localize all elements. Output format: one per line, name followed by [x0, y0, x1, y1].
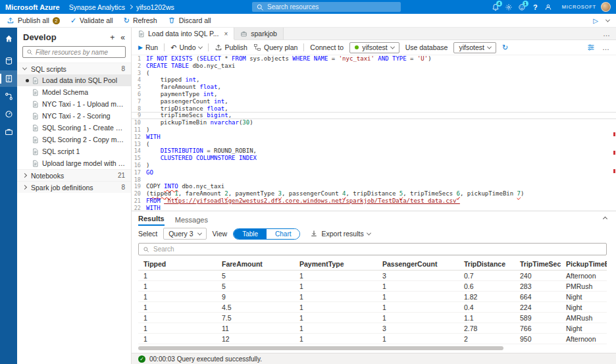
tree-item-model-schema[interactable]: Model Schema — [17, 86, 131, 98]
editor-line[interactable]: 3( — [132, 70, 616, 77]
column-header-passengercount[interactable]: PassengerCount — [377, 260, 459, 268]
rail-item-integrate[interactable] — [0, 88, 17, 105]
tree-item-sql-scoring-1-create-model-table[interactable]: SQL Scoring 1 - Create model table — [17, 122, 131, 134]
column-header-paymenttype[interactable]: PaymentType — [294, 260, 377, 268]
editor-line[interactable]: 2CREATE TABLE dbo.nyc_taxi — [132, 63, 616, 70]
tree-item-sql-script-1[interactable]: SQL script 1 — [17, 145, 131, 157]
refresh-database-button[interactable]: ↻ — [502, 44, 508, 51]
publish-all-button[interactable]: Publish all 2 — [7, 16, 60, 24]
tree-item-sql-scoring-2-copy-model-into-mo[interactable]: SQL Scoring 2 - Copy model into mo... — [17, 134, 131, 145]
table-row[interactable]: 111132.78766Night — [138, 323, 607, 334]
rail-item-home[interactable] — [0, 30, 17, 47]
editor-line[interactable]: 11) — [132, 126, 616, 134]
editor-line[interactable]: 21FROM 'https://yifsoadlsgen2westus2.dfs… — [132, 197, 616, 205]
tab-load-data-into-sql-p[interactable]: Load data into SQL P...× — [132, 28, 234, 39]
use-database-dropdown[interactable]: yifsotest — [453, 42, 496, 53]
add-resource-button[interactable]: + — [110, 34, 115, 41]
tree-item-label: Model Schema — [42, 88, 88, 96]
editor-line[interactable]: 10 pickupTimeBin nvarchar(30) — [132, 119, 616, 126]
collapse-results-button[interactable] — [601, 214, 609, 226]
editor-line[interactable]: 12WITH — [132, 134, 616, 141]
refresh-button[interactable]: ↻ Refresh — [124, 16, 157, 24]
editor-line[interactable]: 14 DISTRIBUTION = ROUND_ROBIN, — [132, 147, 616, 155]
editor-line[interactable]: 16) — [132, 162, 616, 169]
publish-button[interactable]: Publish — [215, 43, 247, 51]
more-actions-icon[interactable]: … — [602, 43, 609, 51]
editor-line[interactable]: 7 passengerCount int, — [132, 98, 616, 105]
editor-line[interactable]: 19COPY INTO dbo.nyc_taxi — [132, 183, 616, 190]
scrollbar-thumb[interactable] — [138, 346, 503, 350]
column-header-triptimesecs[interactable]: TripTimeSecs — [515, 260, 561, 268]
workspace-name[interactable]: yifso1202ws — [136, 3, 174, 11]
discard-all-button[interactable]: Discard all — [168, 16, 211, 24]
tree-item-upload-large-model-with-copy-into[interactable]: Upload large model with COPY INTO — [17, 157, 131, 169]
global-search-box[interactable] — [252, 2, 401, 12]
table-row[interactable]: 15110.6283PMRush — [138, 281, 607, 292]
chevron-down-icon[interactable] — [605, 17, 610, 22]
collapse-panel-button[interactable]: « — [120, 34, 125, 41]
close-tab-icon[interactable]: × — [224, 30, 228, 38]
help-button[interactable]: ? — [529, 0, 542, 14]
results-search-input[interactable] — [153, 246, 602, 253]
azure-brand[interactable]: Microsoft Azure — [5, 3, 60, 11]
search-icon — [26, 49, 33, 55]
rail-item-manage[interactable] — [0, 124, 17, 140]
view-settings-icon[interactable] — [587, 43, 595, 51]
editor-line[interactable]: 22WITH — [132, 205, 616, 211]
connect-to-dropdown[interactable]: yifsotest — [349, 42, 399, 53]
export-results-button[interactable]: Export results — [310, 230, 370, 238]
tab-results[interactable]: Results — [138, 215, 165, 226]
editor-line[interactable]: 18 — [132, 176, 616, 184]
tree-section-sql-scripts[interactable]: SQL scripts8 — [17, 63, 131, 74]
editor-line[interactable]: 4 tipped int, — [132, 76, 616, 84]
tree-section-notebooks[interactable]: Notebooks21 — [17, 169, 131, 181]
editor-line[interactable]: 20(tipped 1, fareAmount 2, paymentType 3… — [132, 190, 616, 197]
tree-item-nyc-taxi-1-upload-model[interactable]: NYC Taxi - 1 - Upload model — [17, 98, 131, 110]
editor-line[interactable]: 5 fareAmount float, — [132, 84, 616, 91]
query-selector-dropdown[interactable]: Query 3 — [163, 228, 206, 240]
user-avatar[interactable] — [601, 2, 611, 12]
undo-button[interactable]: ↶ Undo — [170, 43, 201, 51]
rail-item-develop[interactable] — [0, 70, 17, 87]
sql-script-icon — [32, 136, 39, 143]
column-header-tripdistance[interactable]: TripDistance — [459, 260, 515, 268]
line-content: FROM 'https://yifsoadlsgen2westus2.dfs.c… — [146, 197, 616, 205]
account-button[interactable] — [542, 0, 555, 14]
table-row[interactable]: 112112950Afternoon — [138, 334, 607, 344]
tab-messages[interactable]: Messages — [175, 216, 208, 226]
editor-line[interactable]: 6 paymentType int, — [132, 91, 616, 98]
editor-line[interactable]: 15 CLUSTERED COLUMNSTORE INDEX — [132, 155, 616, 162]
table-row[interactable]: 15130.7240Afternoon — [138, 271, 607, 281]
editor-line[interactable]: 13( — [132, 141, 616, 148]
view-chart-toggle[interactable]: Chart — [267, 229, 299, 239]
run-button[interactable]: ▶ Run — [138, 43, 158, 51]
more-tabs-button[interactable]: … — [597, 30, 616, 38]
view-table-toggle[interactable]: Table — [234, 229, 267, 239]
notifications-button[interactable]: 4 — [490, 0, 502, 14]
table-row[interactable]: 17.5111.1589AMRush — [138, 313, 607, 323]
editor-line[interactable]: 8 tripDistance float, — [132, 105, 616, 113]
feedback-button[interactable]: 1 — [516, 0, 528, 14]
table-cell: 5 — [217, 282, 294, 290]
tree-item-load-data-into-sql-pool[interactable]: Load data into SQL Pool — [17, 74, 131, 86]
play-outline-icon[interactable]: ▷ — [593, 17, 598, 24]
editor-line[interactable]: 1IF NOT EXISTS (SELECT * FROM sys.object… — [132, 55, 616, 63]
rail-item-monitor[interactable] — [0, 106, 17, 122]
settings-button[interactable] — [503, 0, 515, 14]
tree-section-spark-job-definitions[interactable]: Spark job definitions8 — [17, 181, 131, 193]
column-header-fareamount[interactable]: FareAmount — [217, 260, 294, 268]
editor-line[interactable]: 17GO — [132, 169, 616, 176]
table-row[interactable]: 14.5110.4224Night — [138, 302, 607, 313]
query-plan-button[interactable]: Query plan — [253, 43, 297, 51]
validate-all-button[interactable]: ✓ Validate all — [70, 16, 113, 24]
tab-sparkjob[interactable]: sparkjob — [234, 28, 284, 39]
column-header-tipped[interactable]: Tipped — [138, 260, 217, 268]
global-search-input[interactable] — [267, 3, 397, 11]
column-header-pickuptimebin[interactable]: PickupTimeBin — [561, 260, 607, 268]
editor-line[interactable]: 9 tripTimeSecs bigint, — [132, 112, 616, 119]
rail-item-data[interactable] — [0, 53, 17, 69]
filter-resources-input[interactable] — [36, 49, 122, 56]
code-area[interactable]: 1IF NOT EXISTS (SELECT * FROM sys.object… — [132, 55, 616, 211]
tree-item-nyc-taxi-2-scoring[interactable]: NYC Taxi - 2 - Scoring — [17, 110, 131, 122]
table-row[interactable]: 19111.82664Night — [138, 292, 607, 302]
